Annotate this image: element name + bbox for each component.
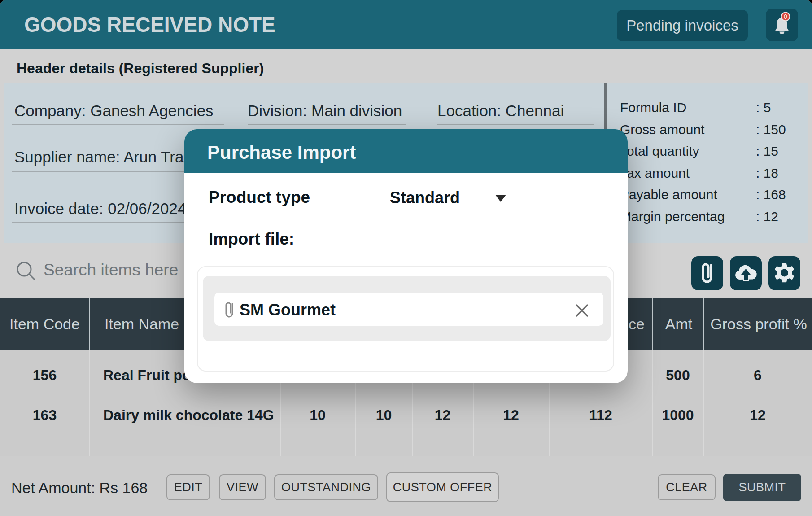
svg-text:0: 0: [784, 13, 787, 20]
